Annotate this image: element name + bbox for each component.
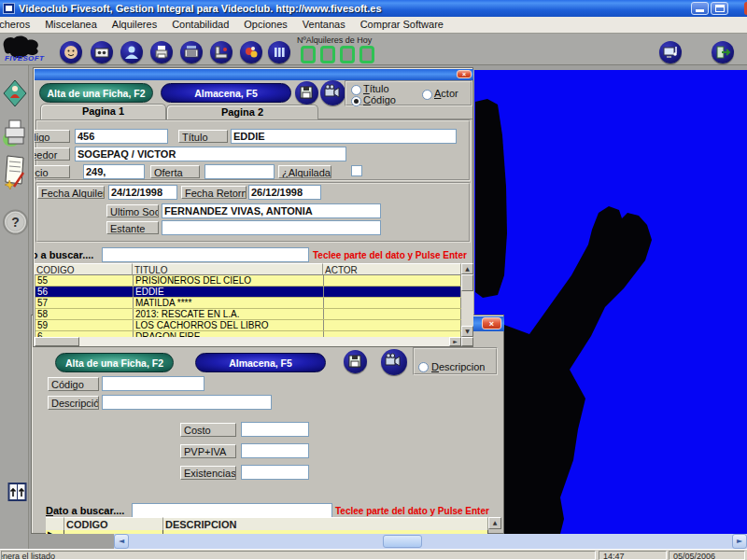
computer-music-icon	[659, 41, 682, 63]
fivesoft-logo: FIVESOFT	[2, 35, 47, 64]
codigo-radio[interactable]	[351, 96, 361, 106]
status-time-panel: 14:47	[599, 551, 667, 560]
grid-scroll-right[interactable]: ►	[449, 337, 461, 346]
grid-scroll-up[interactable]: ▲	[461, 263, 473, 274]
menu-miscelanea[interactable]: Miscelanea	[37, 17, 105, 33]
guardar-button[interactable]	[344, 350, 367, 373]
grid-vscroll-thumb[interactable]	[461, 274, 473, 291]
toolbar-button-ofertas[interactable]	[240, 41, 262, 63]
offers-icon	[240, 41, 262, 63]
alquilada-checkbox[interactable]	[351, 165, 362, 176]
grid-hscroll-thumb[interactable]	[35, 337, 79, 346]
status-date-panel: 05/05/2006	[669, 551, 745, 560]
almacena-button[interactable]: Almacena, F5	[161, 83, 291, 103]
actor-radio[interactable]	[422, 90, 432, 100]
toolbar-button-caja[interactable]	[180, 41, 203, 63]
alta-ficha-button[interactable]: Alta de una Ficha, F2	[55, 353, 174, 372]
videotape-icon	[91, 41, 113, 63]
grid-scroll-down[interactable]: ▼	[461, 326, 473, 337]
cash-register-icon	[180, 41, 203, 63]
articulos-grid-scroll-up[interactable]: ▲	[488, 517, 501, 529]
mdi-scroll-left[interactable]: ◄	[114, 534, 129, 549]
mdi-hscroll-thumb[interactable]	[383, 535, 422, 548]
articulos-window: × Alta de una Ficha, F2 Almacena, F5 Des…	[31, 315, 504, 534]
grid-row[interactable]: 55PRISIONEROS DEL CIELO	[35, 275, 461, 287]
toolbar-button-multimedia[interactable]	[659, 41, 682, 63]
toolbar-button-listados[interactable]	[268, 41, 290, 63]
menu-contabilidad[interactable]: Contabilidad	[164, 17, 236, 33]
sidebar-button-socios[interactable]	[3, 79, 27, 107]
dato-buscar-input[interactable]	[102, 247, 309, 262]
titulo-radio[interactable]	[351, 85, 361, 95]
fecha-retorno-input[interactable]	[248, 185, 321, 200]
sidebar-button-ayuda[interactable]: ?	[3, 203, 28, 241]
toolbar-button-clientes[interactable]	[120, 41, 143, 63]
toolbar-button-imprimir[interactable]	[150, 41, 173, 63]
status-time: 14:47	[603, 552, 625, 560]
oferta-input[interactable]	[204, 164, 275, 179]
fecha-alquiler-input[interactable]	[108, 185, 177, 200]
tab-pagina-1[interactable]: Pagina 1	[40, 104, 166, 119]
grid-scroll-corner	[461, 337, 473, 346]
menu-bar: FicherosMiscelaneaAlquileresContabilidad…	[0, 17, 747, 34]
guardar-button[interactable]	[295, 81, 318, 105]
sidebar-button-notas[interactable]	[3, 154, 27, 189]
maximize-button[interactable]	[711, 2, 728, 15]
descripcion-radio[interactable]	[418, 362, 429, 372]
toolbar-button-socios[interactable]	[60, 41, 82, 63]
exit-book-icon	[7, 481, 27, 503]
camara-button[interactable]	[381, 349, 407, 375]
mdi-hscrollbar[interactable]: ◄ ►	[114, 534, 747, 549]
ficha-grid-rows: 55PRISIONEROS DEL CIELO 56EDDIE 57MATILD…	[35, 275, 461, 337]
sidebar-button-imprimir[interactable]	[2, 117, 28, 148]
mdi-scroll-right[interactable]: ►	[732, 534, 747, 549]
minimize-icon	[696, 9, 704, 12]
grid-row[interactable]: 59LOS CACHORROS DEL LIBRO	[35, 320, 461, 331]
sidebar-button-salir-listado[interactable]	[7, 481, 27, 503]
descripcion-label: Descripción	[48, 396, 99, 410]
toolbar-button-telefono[interactable]	[210, 41, 233, 63]
menu-alquileres[interactable]: Alquileres	[105, 17, 164, 33]
tab-pagina-2[interactable]: Pagina 2	[166, 105, 318, 119]
codigo-input[interactable]	[102, 376, 204, 391]
menu-comprar-software[interactable]: Comprar Software	[353, 17, 451, 33]
menu-opciones[interactable]: Opciones	[236, 17, 294, 33]
articulos-close-button[interactable]: ×	[482, 317, 501, 329]
ficha-close-button[interactable]: ×	[457, 70, 472, 78]
toolbar-button-peliculas[interactable]	[91, 41, 113, 63]
printer-icon	[150, 41, 173, 63]
fecha-retorno-label: Fecha Retorno	[181, 186, 247, 199]
app-titlebar: Videoclub Fivesoft, Gestion Integral par…	[0, 0, 747, 17]
estante-label: Estante	[106, 221, 159, 234]
camara-button[interactable]	[320, 80, 345, 105]
ficha-grid-header: CODIGO TITULO ACTOR	[35, 263, 461, 275]
dato-buscar-input[interactable]	[132, 503, 332, 518]
precio-input[interactable]	[83, 164, 145, 179]
ficha-titlebar[interactable]: ×	[35, 69, 473, 80]
notes-icon	[3, 154, 27, 189]
grid-hscrollbar[interactable]	[35, 337, 461, 346]
ultimo-socio-input[interactable]	[162, 203, 381, 218]
existencias-input[interactable]	[241, 465, 309, 480]
status-date: 05/05/2006	[673, 552, 715, 560]
grid-row[interactable]: 582013: RESCATE EN L.A.	[35, 309, 461, 320]
almacena-button[interactable]: Almacena, F5	[195, 353, 326, 372]
minimize-button[interactable]	[691, 2, 709, 15]
grid-row[interactable]: 57MATILDA ****	[35, 298, 461, 309]
codigo-input[interactable]	[75, 129, 168, 144]
search-hint: Teclee parte del dato y Pulse Enter	[313, 250, 467, 260]
menu-ventanas[interactable]: Ventanas	[295, 17, 353, 33]
help-icon: ?	[3, 203, 28, 241]
menu-ficheros[interactable]: Ficheros	[0, 17, 37, 33]
alta-ficha-button[interactable]: Alta de una Ficha, F2	[39, 83, 153, 103]
proveedor-input[interactable]	[75, 147, 346, 161]
titulo-input[interactable]	[231, 129, 457, 144]
descripcion-input[interactable]	[102, 395, 272, 410]
precio-label: Precio	[35, 165, 70, 178]
costo-input[interactable]	[241, 422, 309, 437]
grid-row-selected[interactable]: 56EDDIE	[35, 287, 461, 298]
estante-input[interactable]	[162, 220, 381, 235]
codigo-column-header: CODIGO	[35, 263, 133, 275]
pvp-iva-input[interactable]	[241, 443, 309, 458]
toolbar-button-salir[interactable]	[712, 41, 734, 63]
